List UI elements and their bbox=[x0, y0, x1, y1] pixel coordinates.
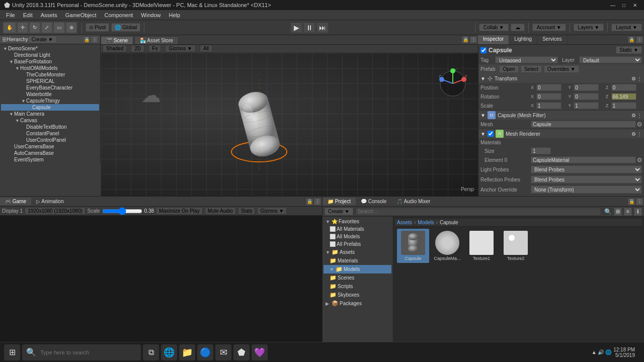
materials-subfolder[interactable]: 📁 Materials bbox=[324, 256, 391, 265]
hier-capsule[interactable]: Capsule bbox=[1, 104, 99, 111]
inspector-lock-icon[interactable]: 🔒 bbox=[628, 36, 635, 43]
chrome-button[interactable]: 🔵 bbox=[197, 344, 213, 360]
menu-gameobject[interactable]: GameObject bbox=[61, 11, 101, 19]
all-materials-folder[interactable]: ⬜ All Materials bbox=[324, 225, 391, 233]
hier-disable-text[interactable]: DisableTextButton bbox=[1, 124, 99, 130]
inspector-menu-icon[interactable]: ⋮ bbox=[636, 36, 643, 43]
project-menu-icon[interactable]: ⋮ bbox=[636, 198, 643, 205]
menu-component[interactable]: Component bbox=[100, 11, 137, 19]
project-info-icon[interactable]: ℹ bbox=[634, 208, 642, 216]
transform-header[interactable]: ▼ ⊹ Transform ⚙ ⋮ bbox=[478, 74, 644, 83]
pause-button[interactable]: ⏸ bbox=[303, 22, 315, 33]
move-tool[interactable]: ✛ bbox=[17, 22, 28, 33]
maximize-button[interactable]: □ bbox=[619, 1, 629, 9]
assets-root-folder[interactable]: ▼ 📁 Assets bbox=[324, 248, 391, 256]
scripts-subfolder[interactable]: 📁 Scripts bbox=[324, 282, 391, 291]
hier-event-system[interactable]: EventSystem bbox=[1, 156, 99, 163]
favorites-folder[interactable]: ▼ ⭐ Favorites bbox=[324, 218, 391, 225]
scene-area[interactable]: ☁ bbox=[101, 53, 478, 196]
hier-waterbottle[interactable]: Waterbottle bbox=[1, 91, 99, 98]
transform-settings-icon[interactable]: ⚙ bbox=[631, 76, 636, 81]
overrides-button[interactable]: Overrides ▼ bbox=[544, 65, 579, 73]
bread-models[interactable]: Models bbox=[418, 220, 434, 225]
taskbar-search-input[interactable] bbox=[36, 345, 137, 359]
pivot-button[interactable]: ⊙ Pivot bbox=[86, 23, 109, 32]
explorer-button[interactable]: 📁 bbox=[179, 344, 195, 360]
asset-capsule-material[interactable]: CapsuleMa... bbox=[431, 229, 463, 263]
mr-menu-icon[interactable]: ⋮ bbox=[637, 131, 642, 137]
mesh-renderer-header[interactable]: ▼ R Mesh Renderer ⚙ ⋮ bbox=[478, 129, 644, 138]
light-probes-dropdown[interactable]: Blend Probes bbox=[531, 165, 642, 173]
mesh-filter-settings-icon[interactable]: ⚙ bbox=[631, 113, 636, 118]
size-input[interactable] bbox=[531, 147, 551, 154]
hier-auto-camera[interactable]: AutoCameraBase bbox=[1, 150, 99, 156]
step-button[interactable]: ⏭ bbox=[316, 22, 329, 33]
ie-button[interactable]: 🌐 bbox=[161, 344, 177, 360]
stats-button[interactable]: Stats bbox=[238, 207, 256, 215]
layers-button[interactable]: Layers ▼ bbox=[574, 24, 604, 31]
asset-texture2[interactable]: Texture2 bbox=[500, 229, 532, 263]
menu-edit[interactable]: Edit bbox=[19, 11, 37, 19]
scale-slider[interactable] bbox=[102, 208, 142, 214]
project-create-button[interactable]: Create ▼ bbox=[325, 208, 353, 215]
packages-folder[interactable]: ▶ 📦 Packages bbox=[324, 299, 391, 308]
hierarchy-menu-icon[interactable]: ⋮ bbox=[91, 36, 98, 43]
project-list-icon[interactable]: ≡ bbox=[624, 208, 632, 216]
mesh-value[interactable] bbox=[531, 121, 636, 128]
minimize-button[interactable]: — bbox=[608, 1, 618, 9]
rot-z-input[interactable] bbox=[611, 93, 636, 100]
tab-asset-store[interactable]: 🏪 Asset Store bbox=[134, 36, 179, 44]
project-search-input[interactable] bbox=[355, 208, 601, 216]
mr-enabled-checkbox[interactable] bbox=[488, 131, 494, 137]
global-button[interactable]: 🌐 Global bbox=[111, 23, 140, 32]
hier-main-camera[interactable]: ▼ Main Camera bbox=[1, 111, 99, 117]
capsule-object[interactable] bbox=[221, 74, 297, 175]
hier-capsule-thingy[interactable]: ▼ CapsuleThingy bbox=[1, 98, 99, 104]
rot-x-input[interactable] bbox=[536, 93, 561, 100]
hier-directional-light[interactable]: Directional Light bbox=[1, 52, 99, 58]
tab-console[interactable]: 💬 Console bbox=[356, 198, 391, 205]
hier-base-rotation[interactable]: ▼ BaseForRotation bbox=[1, 58, 99, 65]
hier-user-control[interactable]: UserControlPanel bbox=[1, 137, 99, 143]
menu-window[interactable]: Window bbox=[137, 11, 165, 19]
tab-animation[interactable]: ▷ Animation bbox=[31, 198, 69, 205]
maximize-on-play-button[interactable]: Maximize On Play bbox=[156, 207, 203, 215]
mesh-filter-header[interactable]: ▼ M Capsule (Mesh Filter) ⚙ ⋮ bbox=[478, 111, 644, 120]
scale-tool[interactable]: ⤢ bbox=[41, 22, 52, 33]
hierarchy-scene[interactable]: ▼ DemoScene* bbox=[1, 45, 99, 52]
layout-button[interactable]: Layout ▼ bbox=[611, 24, 642, 31]
mail-button[interactable]: ✉ bbox=[215, 344, 231, 360]
select-button[interactable]: Select bbox=[521, 65, 542, 73]
shaded-button[interactable]: Shaded bbox=[103, 45, 127, 52]
scale-x-input[interactable] bbox=[536, 102, 561, 109]
tab-lighting[interactable]: Lighting bbox=[509, 35, 537, 44]
scene-panel-menu[interactable]: ⋮ bbox=[470, 36, 477, 43]
hier-constant-panel[interactable]: ConstantPanel bbox=[1, 130, 99, 137]
project-sort-icon[interactable]: ⊞ bbox=[614, 208, 622, 216]
open-button[interactable]: Open bbox=[499, 65, 518, 73]
reflection-probes-dropdown[interactable]: Blend Probes bbox=[531, 175, 642, 184]
element0-pick-icon[interactable]: ⊙ bbox=[637, 156, 642, 163]
bread-assets[interactable]: Assets bbox=[397, 220, 412, 225]
menu-help[interactable]: Help bbox=[165, 11, 184, 19]
vs-button[interactable]: 💜 bbox=[252, 344, 268, 360]
multi-tool[interactable]: ⊕ bbox=[66, 22, 77, 33]
hier-every-base[interactable]: EveryBaseCharacter bbox=[1, 84, 99, 91]
static-button[interactable]: Static ▼ bbox=[616, 46, 642, 54]
collab-button[interactable]: Collab ▼ bbox=[479, 24, 509, 31]
transform-menu-icon[interactable]: ⋮ bbox=[637, 76, 642, 81]
tab-audio-mixer[interactable]: 🎵 Audio Mixer bbox=[391, 198, 435, 205]
start-button[interactable]: ⊞ bbox=[4, 344, 20, 360]
mesh-filter-menu-icon[interactable]: ⋮ bbox=[637, 113, 642, 118]
hier-canvas[interactable]: ▼ Canvas bbox=[1, 117, 99, 124]
game-panel-menu[interactable]: ⋮ bbox=[314, 198, 321, 205]
anchor-override-dropdown[interactable]: None (Transform) bbox=[531, 186, 642, 194]
unity-button[interactable]: ⬟ bbox=[233, 344, 250, 360]
tag-dropdown[interactable]: Untagged bbox=[495, 56, 558, 63]
tab-services[interactable]: Services bbox=[537, 35, 567, 44]
all-prefabs-folder[interactable]: ⬜ All Prefabs bbox=[324, 240, 391, 248]
tab-project[interactable]: 📁 Project bbox=[323, 198, 356, 205]
mesh-pick-icon[interactable]: ⊙ bbox=[637, 121, 642, 128]
scenes-subfolder[interactable]: 📁 Scenes bbox=[324, 274, 391, 282]
play-button[interactable]: ▶ bbox=[290, 22, 302, 33]
